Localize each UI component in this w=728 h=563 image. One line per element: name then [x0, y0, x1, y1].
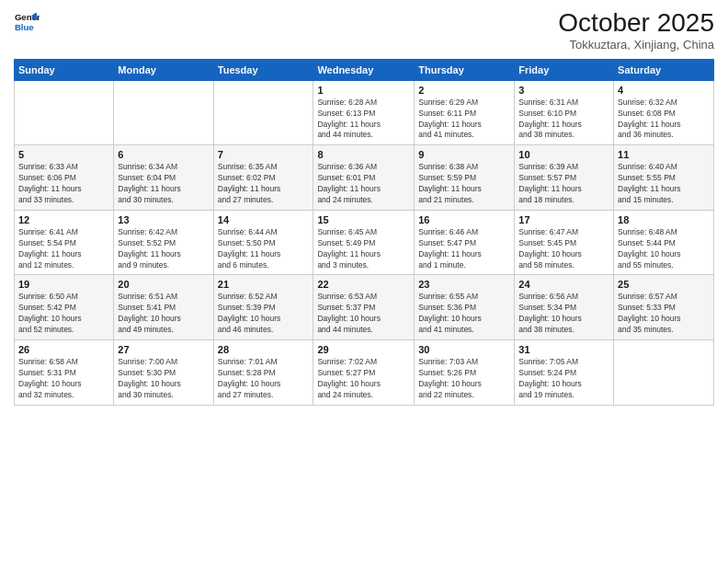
day-number: 25: [618, 279, 710, 290]
day-info: Sunrise: 6:32 AM Sunset: 6:08 PM Dayligh…: [618, 98, 710, 142]
day-cell: [114, 80, 213, 145]
day-number: 16: [418, 214, 510, 225]
day-number: 19: [18, 279, 109, 290]
day-info: Sunrise: 6:52 AM Sunset: 5:39 PM Dayligh…: [218, 292, 310, 336]
day-number: 5: [18, 149, 109, 160]
day-number: 30: [418, 344, 510, 355]
day-cell: [213, 80, 313, 145]
day-info: Sunrise: 6:45 AM Sunset: 5:49 PM Dayligh…: [317, 227, 410, 271]
day-cell: 10Sunrise: 6:39 AM Sunset: 5:57 PM Dayli…: [515, 145, 614, 211]
day-cell: 15Sunrise: 6:45 AM Sunset: 5:49 PM Dayli…: [313, 210, 415, 275]
day-number: 4: [618, 85, 710, 96]
day-info: Sunrise: 6:58 AM Sunset: 5:31 PM Dayligh…: [18, 357, 109, 401]
header: General Blue October 2025 Tokkuztara, Xi…: [14, 9, 714, 52]
day-number: 13: [118, 214, 209, 225]
day-info: Sunrise: 6:40 AM Sunset: 5:55 PM Dayligh…: [618, 162, 710, 206]
day-cell: 5Sunrise: 6:33 AM Sunset: 6:06 PM Daylig…: [15, 145, 114, 211]
day-cell: 11Sunrise: 6:40 AM Sunset: 5:55 PM Dayli…: [614, 145, 714, 211]
day-info: Sunrise: 6:48 AM Sunset: 5:44 PM Dayligh…: [618, 227, 710, 271]
day-cell: 14Sunrise: 6:44 AM Sunset: 5:50 PM Dayli…: [213, 210, 313, 275]
day-info: Sunrise: 6:34 AM Sunset: 6:04 PM Dayligh…: [118, 162, 209, 206]
day-header-saturday: Saturday: [614, 59, 714, 80]
day-cell: 6Sunrise: 6:34 AM Sunset: 6:04 PM Daylig…: [114, 145, 213, 211]
svg-text:Blue: Blue: [15, 22, 34, 32]
week-row-4: 19Sunrise: 6:50 AM Sunset: 5:42 PM Dayli…: [15, 275, 714, 340]
day-cell: 4Sunrise: 6:32 AM Sunset: 6:08 PM Daylig…: [614, 80, 714, 145]
day-info: Sunrise: 6:28 AM Sunset: 6:13 PM Dayligh…: [317, 98, 410, 142]
day-info: Sunrise: 6:38 AM Sunset: 5:59 PM Dayligh…: [418, 162, 510, 206]
day-cell: 8Sunrise: 6:36 AM Sunset: 6:01 PM Daylig…: [313, 145, 415, 211]
day-number: 3: [518, 85, 609, 96]
day-info: Sunrise: 6:53 AM Sunset: 5:37 PM Dayligh…: [317, 292, 410, 336]
day-info: Sunrise: 6:44 AM Sunset: 5:50 PM Dayligh…: [218, 227, 310, 271]
day-info: Sunrise: 6:51 AM Sunset: 5:41 PM Dayligh…: [118, 292, 209, 336]
day-number: 1: [317, 85, 410, 96]
day-cell: 7Sunrise: 6:35 AM Sunset: 6:02 PM Daylig…: [213, 145, 313, 211]
day-info: Sunrise: 6:46 AM Sunset: 5:47 PM Dayligh…: [418, 227, 510, 271]
day-header-wednesday: Wednesday: [313, 59, 415, 80]
day-header-sunday: Sunday: [15, 59, 114, 80]
day-cell: 22Sunrise: 6:53 AM Sunset: 5:37 PM Dayli…: [313, 275, 415, 340]
day-cell: 12Sunrise: 6:41 AM Sunset: 5:54 PM Dayli…: [15, 210, 114, 275]
day-cell: [15, 80, 114, 145]
week-row-1: 1Sunrise: 6:28 AM Sunset: 6:13 PM Daylig…: [15, 80, 714, 145]
location: Tokkuztara, Xinjiang, China: [558, 38, 714, 52]
day-number: 23: [418, 279, 510, 290]
day-number: 31: [518, 344, 609, 355]
day-info: Sunrise: 6:56 AM Sunset: 5:34 PM Dayligh…: [518, 292, 609, 336]
day-cell: 26Sunrise: 6:58 AM Sunset: 5:31 PM Dayli…: [15, 340, 114, 406]
day-cell: 9Sunrise: 6:38 AM Sunset: 5:59 PM Daylig…: [415, 145, 515, 211]
day-cell: 24Sunrise: 6:56 AM Sunset: 5:34 PM Dayli…: [515, 275, 614, 340]
day-info: Sunrise: 7:01 AM Sunset: 5:28 PM Dayligh…: [218, 357, 310, 401]
day-number: 29: [317, 344, 410, 355]
day-number: 12: [18, 214, 109, 225]
day-number: 20: [118, 279, 209, 290]
day-number: 14: [218, 214, 310, 225]
day-info: Sunrise: 6:41 AM Sunset: 5:54 PM Dayligh…: [18, 227, 109, 271]
day-info: Sunrise: 7:02 AM Sunset: 5:27 PM Dayligh…: [317, 357, 410, 401]
day-info: Sunrise: 6:33 AM Sunset: 6:06 PM Dayligh…: [18, 162, 109, 206]
day-info: Sunrise: 6:29 AM Sunset: 6:11 PM Dayligh…: [418, 98, 510, 142]
day-cell: 2Sunrise: 6:29 AM Sunset: 6:11 PM Daylig…: [415, 80, 515, 145]
day-cell: 27Sunrise: 7:00 AM Sunset: 5:30 PM Dayli…: [114, 340, 213, 406]
day-info: Sunrise: 6:39 AM Sunset: 5:57 PM Dayligh…: [518, 162, 609, 206]
day-cell: 3Sunrise: 6:31 AM Sunset: 6:10 PM Daylig…: [515, 80, 614, 145]
day-info: Sunrise: 6:57 AM Sunset: 5:33 PM Dayligh…: [618, 292, 710, 336]
day-number: 24: [518, 279, 609, 290]
day-cell: 18Sunrise: 6:48 AM Sunset: 5:44 PM Dayli…: [614, 210, 714, 275]
day-number: 28: [218, 344, 310, 355]
day-number: 9: [418, 149, 510, 160]
day-cell: 17Sunrise: 6:47 AM Sunset: 5:45 PM Dayli…: [515, 210, 614, 275]
day-info: Sunrise: 7:00 AM Sunset: 5:30 PM Dayligh…: [118, 357, 209, 401]
title-block: October 2025 Tokkuztara, Xinjiang, China: [558, 9, 714, 52]
day-number: 7: [218, 149, 310, 160]
day-number: 2: [418, 85, 510, 96]
day-cell: 29Sunrise: 7:02 AM Sunset: 5:27 PM Dayli…: [313, 340, 415, 406]
day-cell: 1Sunrise: 6:28 AM Sunset: 6:13 PM Daylig…: [313, 80, 415, 145]
day-number: 22: [317, 279, 410, 290]
day-cell: 31Sunrise: 7:05 AM Sunset: 5:24 PM Dayli…: [515, 340, 614, 406]
day-number: 11: [618, 149, 710, 160]
day-number: 27: [118, 344, 209, 355]
day-cell: 20Sunrise: 6:51 AM Sunset: 5:41 PM Dayli…: [114, 275, 213, 340]
day-cell: 25Sunrise: 6:57 AM Sunset: 5:33 PM Dayli…: [614, 275, 714, 340]
week-row-5: 26Sunrise: 6:58 AM Sunset: 5:31 PM Dayli…: [15, 340, 714, 406]
day-number: 18: [618, 214, 710, 225]
header-row: SundayMondayTuesdayWednesdayThursdayFrid…: [15, 59, 714, 80]
day-info: Sunrise: 7:05 AM Sunset: 5:24 PM Dayligh…: [518, 357, 609, 401]
day-cell: 19Sunrise: 6:50 AM Sunset: 5:42 PM Dayli…: [15, 275, 114, 340]
day-cell: 23Sunrise: 6:55 AM Sunset: 5:36 PM Dayli…: [415, 275, 515, 340]
day-number: 17: [518, 214, 609, 225]
day-number: 15: [317, 214, 410, 225]
day-cell: 13Sunrise: 6:42 AM Sunset: 5:52 PM Dayli…: [114, 210, 213, 275]
day-cell: 30Sunrise: 7:03 AM Sunset: 5:26 PM Dayli…: [415, 340, 515, 406]
week-row-3: 12Sunrise: 6:41 AM Sunset: 5:54 PM Dayli…: [15, 210, 714, 275]
logo-icon: General Blue: [14, 9, 40, 35]
day-header-thursday: Thursday: [415, 59, 515, 80]
day-cell: [614, 340, 714, 406]
day-cell: 16Sunrise: 6:46 AM Sunset: 5:47 PM Dayli…: [415, 210, 515, 275]
week-row-2: 5Sunrise: 6:33 AM Sunset: 6:06 PM Daylig…: [15, 145, 714, 211]
day-info: Sunrise: 6:55 AM Sunset: 5:36 PM Dayligh…: [418, 292, 510, 336]
day-header-monday: Monday: [114, 59, 213, 80]
day-info: Sunrise: 6:50 AM Sunset: 5:42 PM Dayligh…: [18, 292, 109, 336]
